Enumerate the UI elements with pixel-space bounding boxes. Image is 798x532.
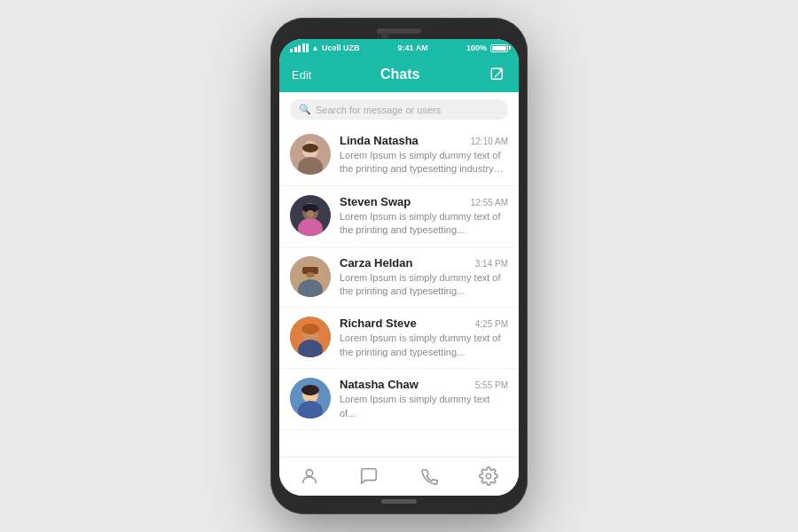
svg-point-7 [302, 144, 318, 153]
chat-preview: Lorem Ipsum is simply dummy text of the … [340, 332, 508, 359]
chat-time: 5:55 PM [475, 380, 508, 390]
page-title: Chats [380, 66, 419, 82]
chat-name: Natasha Chaw [340, 378, 419, 391]
chat-item-linda[interactable]: Linda Natasha 12:10 AM Lorem Ipsum is si… [279, 125, 519, 186]
chat-top-row: Steven Swap 12:55 AM [340, 195, 508, 208]
chat-list: Linda Natasha 12:10 AM Lorem Ipsum is si… [279, 125, 519, 457]
phone-screen: ▲ Ucell UZB 9:41 AM 100% Edit Chats [279, 39, 519, 496]
chat-preview: Lorem Ipsum is simply dummy text of the … [340, 210, 508, 238]
chat-top-row: Richard Steve 4:25 PM [340, 317, 508, 330]
svg-point-25 [301, 385, 319, 395]
chat-name: Linda Natasha [340, 134, 419, 147]
chat-content-linda: Linda Natasha 12:10 AM Lorem Ipsum is si… [340, 134, 508, 176]
carrier-label: Ucell UZB [322, 43, 360, 52]
chat-top-row: Linda Natasha 12:10 AM [340, 134, 508, 147]
chat-item-carza[interactable]: Carza Heldan 3:14 PM Lorem Ipsum is simp… [279, 247, 519, 309]
chat-preview: Lorem Ipsum is simply dummy text of the … [340, 271, 508, 299]
chat-name: Carza Heldan [340, 256, 412, 270]
svg-point-27 [487, 473, 492, 479]
nav-chats[interactable] [349, 464, 388, 489]
chat-preview: Lorem Ipsum is simply dummy text of... [340, 393, 508, 420]
status-right: 100% [466, 43, 508, 52]
status-left: ▲ Ucell UZB [290, 43, 359, 52]
wifi-icon: ▲ [311, 43, 319, 52]
avatar-richard [290, 317, 331, 357]
chat-time: 3:14 PM [475, 259, 508, 269]
avatar-linda [290, 134, 331, 175]
chat-item-natasha[interactable]: Natasha Chaw 5:55 PM Lorem Ipsum is simp… [279, 369, 519, 430]
chat-top-row: Carza Heldan 3:14 PM [340, 256, 508, 270]
battery-fill [492, 46, 506, 51]
signal-dots [290, 43, 309, 52]
home-button[interactable] [381, 499, 417, 504]
chat-content-richard: Richard Steve 4:25 PM Lorem Ipsum is sim… [340, 317, 508, 359]
search-container: 🔍 Search for message or users [279, 92, 519, 125]
search-placeholder: Search for message or users [316, 105, 441, 115]
chat-time: 4:25 PM [475, 319, 508, 329]
battery-pct: 100% [466, 43, 487, 52]
status-bar: ▲ Ucell UZB 9:41 AM 100% [279, 39, 519, 57]
chat-preview: Lorem Ipsum is simply dummy text of the … [340, 149, 508, 176]
chat-content-carza: Carza Heldan 3:14 PM Lorem Ipsum is simp… [340, 256, 508, 299]
search-icon: 🔍 [299, 104, 311, 115]
phone-camera [381, 32, 388, 39]
nav-calls[interactable] [410, 464, 449, 489]
svg-point-26 [306, 469, 312, 475]
svg-point-21 [301, 324, 319, 334]
svg-point-17 [306, 272, 315, 278]
battery-icon [490, 44, 508, 52]
bottom-nav [279, 457, 519, 496]
chat-name: Steven Swap [340, 195, 411, 208]
chat-content-natasha: Natasha Chaw 5:55 PM Lorem Ipsum is simp… [340, 378, 508, 420]
avatar-steven [290, 195, 331, 236]
svg-line-3 [495, 76, 497, 78]
avatar-natasha [290, 378, 331, 419]
app-header: Edit Chats [279, 57, 519, 92]
search-bar[interactable]: 🔍 Search for message or users [290, 99, 508, 120]
chat-name: Richard Steve [340, 317, 417, 330]
phone-frame: ▲ Ucell UZB 9:41 AM 100% Edit Chats [270, 18, 528, 514]
chat-item-richard[interactable]: Richard Steve 4:25 PM Lorem Ipsum is sim… [279, 308, 519, 369]
chat-item-steven[interactable]: Steven Swap 12:55 AM Lorem Ipsum is simp… [279, 186, 519, 247]
nav-settings[interactable] [469, 464, 508, 489]
chat-time: 12:55 AM [471, 198, 508, 207]
avatar-carza [290, 256, 331, 297]
nav-contacts[interactable] [290, 464, 329, 489]
chat-top-row: Natasha Chaw 5:55 PM [340, 378, 508, 391]
svg-point-12 [307, 210, 314, 217]
chat-content-steven: Steven Swap 12:55 AM Lorem Ipsum is simp… [340, 195, 508, 238]
status-time: 9:41 AM [398, 43, 428, 52]
edit-button[interactable]: Edit [292, 68, 311, 82]
compose-button[interactable] [489, 66, 506, 83]
chat-time: 12:10 AM [471, 137, 508, 146]
